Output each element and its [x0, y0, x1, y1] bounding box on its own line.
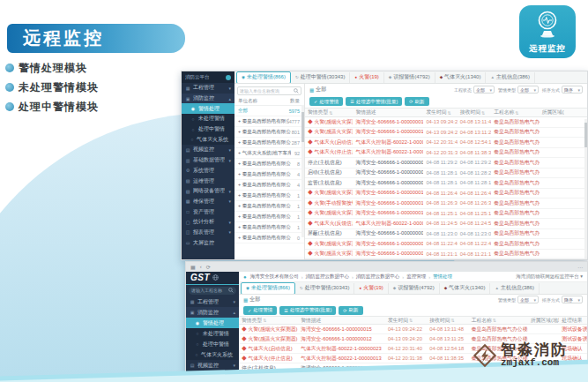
table-row[interactable]: ◆ 气体灭火(启动信息) 气体灭火控制器-60022-1-00000023 04…	[305, 138, 587, 148]
filter-select[interactable]: 降序 ▾	[562, 86, 583, 94]
scrollbar-thumb[interactable]	[301, 112, 304, 142]
column-header[interactable]: 警情类型 ⇅	[305, 109, 353, 116]
tree-row[interactable]: + 秦皇岛西部热电有限公司水泵房 1	[234, 222, 304, 233]
alarm-tab[interactable]: ▲ 主机信息(386)	[486, 72, 534, 83]
sidebar-item[interactable]: ▩ 维保管理 ▾	[182, 197, 234, 207]
breadcrumb-item[interactable]: 警情处理	[433, 273, 452, 280]
sidebar-item[interactable]: ○ 处理中警情	[186, 339, 239, 349]
search-icon[interactable]	[228, 288, 234, 293]
alarm-tab[interactable]: ● 火警(19)	[350, 72, 383, 83]
table-row[interactable]: 监管(主机信息) 海湾安全-606666-1-000000007 04-08 1…	[305, 178, 587, 189]
tree-row[interactable]: + 秦皇岛西部热电有限公司仓库 1	[234, 212, 304, 222]
table-row[interactable]: ◆ 火警(手动报警按钮) 海湾安全-606666-1-000000011 04-…	[305, 198, 587, 209]
breadcrumb-item[interactable]: 监控管理	[406, 273, 430, 280]
table-row[interactable]: ◆ 火警(感烟火灾探测器) 海湾安全-606666-1-000000015 04…	[305, 189, 587, 199]
sidebar-item[interactable]: ▦ 工程管理 ▾	[186, 296, 239, 307]
sidebar-item[interactable]: ▣ 消防监控 ▴	[186, 307, 239, 318]
filter-select[interactable]: 全部 ▾	[517, 86, 539, 94]
filter-select[interactable]: 全部 ▾	[473, 86, 495, 94]
column-header[interactable]: 所属区域(地址)	[540, 109, 565, 116]
table-row[interactable]: ◆ 火警(感烟火灾探测器) 海湾安全-606666-1-000000010 04…	[305, 209, 587, 220]
table-row[interactable]: 屏蔽(主机信息) 海湾安全-606666-1-000000007 04-08 1…	[305, 229, 587, 240]
tree-row[interactable]: + 秦皇岛西部热电有限公司锅炉房 1	[234, 191, 304, 201]
alarm-tab[interactable]: ↻ 处理中警情(30343)	[295, 283, 354, 294]
sort-icon[interactable]: ⇅	[481, 110, 485, 116]
filter-select[interactable]: 全部 ▾	[517, 296, 539, 303]
tree-search-input[interactable]	[240, 88, 291, 94]
alarm-tab[interactable]: ◉ 未处理警情(866)	[236, 71, 291, 84]
sort-icon[interactable]: ⇅	[263, 318, 266, 323]
tree-row[interactable]: + 秦皇岛西部热电有限公司控制室 0	[234, 233, 304, 243]
action-button[interactable]: ⟳ 刷新	[405, 97, 428, 106]
tree-row[interactable]: + 秦皇岛西部热电有限公司综合楼 4	[234, 180, 304, 191]
sidebar-item[interactable]: ○ 气体灭火系统	[182, 134, 234, 145]
tree-row[interactable]: + 秦皇岛西部热电有限公司食堂 4	[234, 169, 304, 180]
tree-row[interactable]: + 气体灭火系统(地下车库) 92	[234, 148, 304, 159]
sidebar-item[interactable]: ○ 处理中警情	[182, 124, 234, 135]
table-row[interactable]: ◆ 火警(感烟火灾探测器) 海湾安全-606666-1-000000015 04…	[305, 117, 587, 128]
sidebar-item[interactable]: ▭ 大屏监控	[182, 237, 234, 248]
tree-scrollbar[interactable]	[301, 105, 304, 237]
sort-icon[interactable]: ⇅	[409, 318, 413, 323]
alarm-tab[interactable]: ↻ 处理中警情(30343)	[291, 72, 350, 83]
sidebar-item[interactable]: ○ 未处理警情	[186, 328, 239, 339]
table-row[interactable]: ◆ 火警(感温火灾探测器) 海湾安全-606666-1-000000008 04…	[305, 250, 587, 260]
sidebar-search-input[interactable]	[191, 288, 227, 293]
column-header[interactable]: 发生时间 ⇅	[385, 317, 427, 325]
action-button[interactable]: ✓ 处理警情	[243, 306, 277, 315]
table-row[interactable]: ◆ 火警(感烟火灾探测器) 海湾安全-606666-1-000000009 04…	[305, 239, 587, 250]
sort-icon[interactable]: ⇅	[329, 110, 332, 116]
table-row[interactable]: ◆ 火警(感温火灾探测器) 海湾安全-606666-1-000000012 04…	[305, 128, 587, 139]
tree-row[interactable]: + 秦皇岛西部热电有限公司主厂房 287	[234, 138, 304, 148]
sidebar-item[interactable]: ◫ 报表管理 ▾	[182, 228, 234, 238]
search-icon[interactable]	[294, 88, 299, 94]
sort-icon[interactable]: ⇅	[450, 318, 454, 323]
alarm-tab[interactable]: ◆ 误报警情(4792)	[389, 283, 440, 294]
sidebar-item[interactable]: ◉ 警情处理	[182, 103, 234, 114]
table-row[interactable]: 启动(主机信息) 海湾安全-606666-1-000000007 04-08 1…	[305, 169, 587, 179]
sort-icon[interactable]: ⇅	[515, 110, 518, 116]
column-header[interactable]: 警情描述	[298, 317, 385, 325]
tree-row[interactable]: + 秦皇岛西部热电有限公司2号楼 801	[234, 127, 304, 138]
platform-title[interactable]: 海湾消防物联网远程监控平台 ▾	[516, 273, 583, 280]
alarm-tab[interactable]: ◆ 气体灭火(1340)	[440, 283, 491, 294]
alarm-tab[interactable]: ◉ 未处理警情(866)	[241, 282, 295, 295]
breadcrumb-item[interactable]: 海湾安全技术有限公司	[250, 273, 303, 280]
user-avatar[interactable]	[226, 75, 231, 80]
sidebar-search-box[interactable]	[189, 287, 236, 295]
breadcrumb-item[interactable]: 消防监控云数据中心	[356, 273, 404, 280]
action-button[interactable]: ☰ 处理选中警情(批量)	[346, 97, 402, 106]
sidebar-item[interactable]: ▨ 网络设备管理 ▾	[182, 186, 234, 197]
alarm-tab[interactable]: ◆ 误报警情(4792)	[384, 72, 435, 83]
browser-nav-icon[interactable]: ▦	[190, 264, 196, 270]
sidebar-item[interactable]: ○ 未处理警情	[182, 114, 234, 124]
tree-row[interactable]: + 秦皇岛西部热电有限公司门口 4777	[234, 116, 304, 127]
sidebar-item[interactable]: ▢ 统计分析 ▾	[182, 217, 234, 228]
column-header[interactable]: 警情描述	[353, 109, 423, 116]
table-row[interactable]: ◆ 气体灭火(停止信息) 气体灭火控制器-60022-1-00000013 04…	[305, 148, 587, 159]
table-row[interactable]: ◆ 气体灭火(反馈信息) 气体灭火控制器-60022-1-00000021 04…	[305, 219, 587, 229]
sidebar-item[interactable]: ▦ 工程管理 ▾	[182, 83, 234, 94]
sidebar-item[interactable]: ⚙ 系统管理	[182, 166, 234, 176]
sidebar-item[interactable]: ▣ 消防监控 ▴	[182, 94, 234, 104]
sidebar-item[interactable]: ○ 气体灭火系统	[186, 349, 239, 360]
scrollbar-thumb[interactable]	[584, 123, 587, 147]
column-header[interactable]: 工程名称 ⇅	[491, 109, 539, 116]
column-header[interactable]: 发生时间 ⇅	[423, 109, 457, 116]
tree-row[interactable]: + 秦皇岛西部热电有限公司配电室 1	[234, 201, 304, 212]
sort-icon[interactable]: ⇅	[448, 110, 451, 116]
column-header[interactable]: 处理结果	[559, 317, 587, 325]
filter-select[interactable]: 降序 ▾	[562, 296, 583, 303]
browser-nav-icon[interactable]: ‹	[200, 264, 202, 270]
alarm-tab[interactable]: ◆ 气体灭火(1340)	[435, 72, 487, 83]
column-header[interactable]: 接收时间 ⇅	[427, 317, 468, 325]
sort-icon[interactable]: ⇅	[493, 318, 496, 323]
action-button[interactable]: ✓ 处理警情	[309, 97, 343, 106]
column-header[interactable]: 接收时间 ⇅	[458, 109, 491, 116]
tree-row[interactable]: 全部 5975	[234, 106, 304, 116]
column-header[interactable]: 所属区域(地址)	[528, 317, 560, 325]
action-button[interactable]: ☰ 处理选中警情(批量)	[279, 306, 336, 315]
browser-menu-icon[interactable]: ⋯	[577, 264, 583, 270]
alarm-tab[interactable]: ● 火警(19)	[354, 283, 388, 294]
column-header[interactable]: 警情类型 ⇅	[239, 317, 298, 325]
